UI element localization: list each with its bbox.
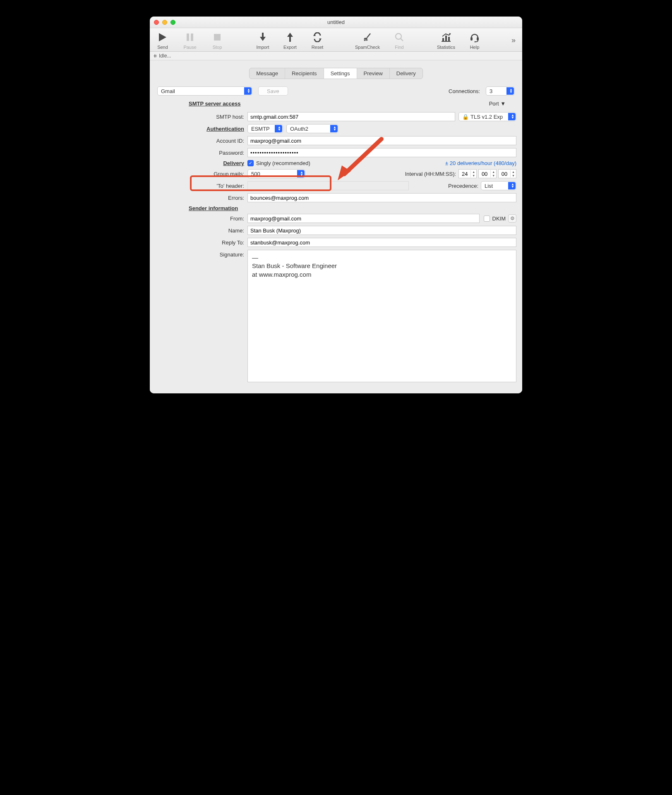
broom-icon (362, 31, 373, 44)
send-button[interactable]: Send (155, 31, 170, 50)
reply-to-label: Reply To: (156, 239, 247, 246)
errors-input[interactable] (247, 193, 516, 202)
singly-label: Singly (recommended) (256, 160, 310, 166)
main-tabs: Message Recipients Settings Preview Deli… (156, 68, 516, 79)
status-text: Idle... (159, 53, 171, 59)
stop-icon (213, 31, 221, 44)
smtp-host-input[interactable] (247, 112, 455, 121)
import-button[interactable]: Import (255, 31, 271, 50)
svg-rect-2 (191, 34, 193, 41)
from-label: From: (156, 216, 247, 222)
window-controls (154, 20, 175, 25)
reset-icon (312, 31, 322, 44)
close-icon[interactable] (154, 20, 159, 25)
interval-mm[interactable]: ▲▼ (478, 169, 497, 178)
connections-label: Connections: (449, 88, 480, 94)
svg-rect-17 (442, 38, 444, 41)
singly-checkbox[interactable]: ✓ (247, 160, 254, 166)
password-input[interactable] (247, 148, 516, 157)
lock-icon: 🔒 (462, 114, 469, 120)
reply-to-input[interactable] (247, 238, 516, 247)
pause-button[interactable]: Pause (182, 31, 198, 50)
status-grip-icon: ⧺ (153, 53, 157, 59)
import-icon (258, 31, 267, 44)
errors-label: Errors: (156, 195, 247, 201)
tab-message[interactable]: Message (250, 68, 285, 79)
content-area: Message Recipients Settings Preview Deli… (150, 60, 522, 393)
svg-rect-18 (445, 36, 447, 41)
pause-icon (186, 31, 194, 44)
name-label: Name: (156, 227, 247, 234)
toolbar-overflow-icon[interactable]: » (511, 36, 517, 45)
connections-select[interactable]: 3 ▲▼ (486, 86, 515, 96)
tab-settings[interactable]: Settings (324, 68, 357, 79)
group-mails-select[interactable]: 500 ▲▼ (247, 169, 305, 178)
esmtp-select[interactable]: ESMTP ▲▼ (247, 124, 283, 133)
group-mails-label: Group mails: (156, 171, 247, 177)
zoom-icon[interactable] (170, 20, 175, 25)
to-header-label: 'To' header: (156, 183, 247, 189)
play-icon (158, 31, 167, 44)
dkim-checkbox[interactable]: ✓ (484, 216, 490, 222)
window-title: untitled (327, 19, 345, 25)
minimize-icon[interactable] (162, 20, 167, 25)
delivery-section-head: Delivery (156, 160, 247, 166)
sender-section-head: Sender information (189, 205, 516, 211)
precedence-label: Precedence: (448, 183, 478, 189)
auth-section-head: Authentication (156, 126, 247, 132)
interval-ss[interactable]: ▲▼ (498, 169, 516, 178)
svg-point-23 (474, 41, 475, 43)
dkim-settings-icon[interactable]: ⚙ (508, 214, 516, 223)
dkim-label: DKIM (492, 216, 506, 222)
spamcheck-button[interactable]: SpamCheck (355, 31, 380, 50)
status-bar: ⧺ Idle... (150, 52, 522, 60)
tab-recipients[interactable]: Recipients (285, 68, 324, 79)
titlebar: untitled (150, 17, 522, 28)
chart-icon (441, 31, 451, 44)
precedence-select[interactable]: List ▲▼ (481, 181, 516, 190)
name-input[interactable] (247, 226, 516, 235)
svg-rect-1 (187, 34, 189, 41)
export-button[interactable]: Export (282, 31, 298, 50)
export-icon (286, 31, 295, 44)
svg-rect-3 (214, 34, 221, 41)
toolbar: Send Pause Stop Import Export Reset Spam… (150, 28, 522, 52)
help-button[interactable]: Help (467, 31, 482, 50)
svg-rect-22 (477, 37, 479, 41)
search-icon (394, 31, 404, 44)
save-button[interactable]: Save (258, 86, 288, 96)
tab-delivery[interactable]: Delivery (390, 68, 422, 79)
interval-hh[interactable]: ▲▼ (458, 169, 477, 178)
find-button[interactable]: Find (391, 31, 407, 50)
to-header-input[interactable] (247, 181, 409, 190)
svg-rect-21 (470, 37, 473, 41)
signature-textarea[interactable]: — Stan Busk - Software Engineer at www.m… (247, 250, 516, 382)
interval-label: Interval (HH:MM:SS): (405, 171, 456, 177)
headset-icon (469, 31, 480, 44)
password-label: Password: (156, 150, 247, 156)
smtp-host-label: SMTP host: (156, 114, 247, 120)
svg-point-14 (396, 34, 401, 39)
reset-button[interactable]: Reset (310, 31, 325, 50)
tls-select[interactable]: 🔒 TLS v1.2 Exp ▲▼ (458, 112, 516, 121)
account-select[interactable]: Gmail ▲▼ (157, 86, 252, 96)
oauth-select[interactable]: OAuth2 ▲▼ (286, 124, 338, 133)
smtp-section-head: SMTP server access (189, 101, 241, 107)
deliveries-rate-link[interactable]: ± 20 deliveries/hour (480/day) (445, 160, 516, 166)
stop-button[interactable]: Stop (209, 31, 225, 50)
svg-rect-19 (448, 37, 450, 41)
from-input[interactable] (247, 214, 480, 223)
statistics-button[interactable]: Statistics (437, 31, 455, 50)
app-window: untitled Send Pause Stop Import Export R… (150, 17, 522, 393)
account-id-input[interactable] (247, 136, 516, 145)
signature-label: Signature: (156, 250, 247, 258)
svg-rect-7 (289, 36, 291, 42)
tab-preview[interactable]: Preview (357, 68, 390, 79)
svg-marker-5 (260, 37, 266, 41)
account-id-label: Account ID: (156, 138, 247, 144)
svg-line-15 (401, 38, 403, 41)
svg-line-10 (367, 34, 370, 38)
svg-marker-0 (159, 33, 166, 41)
port-label[interactable]: Port ▼ (489, 101, 516, 107)
